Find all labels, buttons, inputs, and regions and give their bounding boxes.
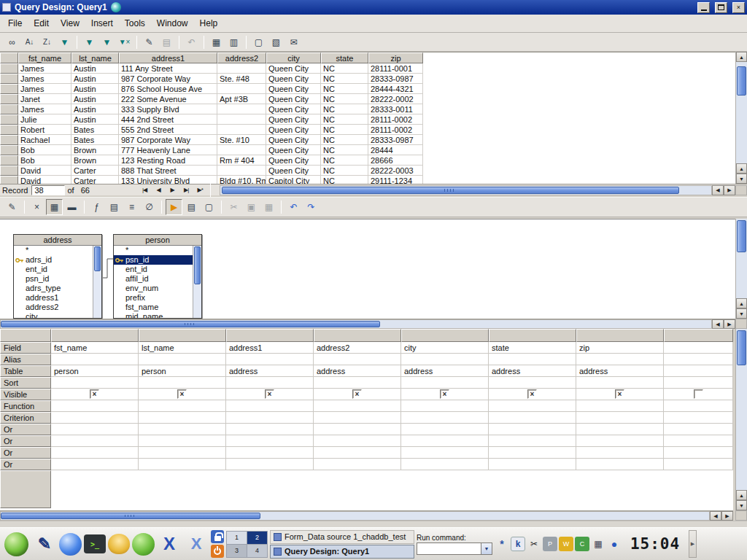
- scroll-track[interactable]: [0, 319, 712, 329]
- grid-cell[interactable]: [489, 412, 576, 424]
- field-item[interactable]: prefix: [114, 293, 193, 303]
- row-selector[interactable]: [0, 94, 18, 104]
- row-selector[interactable]: [0, 145, 18, 155]
- menu-view[interactable]: View: [55, 16, 85, 31]
- result-cell[interactable]: NC: [321, 74, 368, 84]
- cut-icon[interactable]: ✂: [225, 199, 242, 215]
- field-item[interactable]: address1: [14, 293, 93, 303]
- grid-cell[interactable]: address: [576, 365, 664, 377]
- grid-cell[interactable]: [314, 424, 401, 435]
- result-cell[interactable]: 876 School House Ave: [119, 84, 217, 94]
- terminal-launcher-icon[interactable]: >_: [84, 534, 106, 553]
- field-item[interactable]: ent_id: [114, 265, 193, 274]
- visible-checkbox[interactable]: [527, 389, 537, 399]
- grid-cell[interactable]: [576, 354, 664, 365]
- display-tray-icon[interactable]: ▦: [591, 537, 605, 551]
- grid-cell[interactable]: [314, 377, 401, 389]
- result-cell[interactable]: NC: [321, 84, 368, 94]
- address-table-window[interactable]: address * adrs_id ent_id psn_id adrs_typ…: [13, 234, 102, 319]
- edit-data-icon[interactable]: ✎: [141, 34, 158, 50]
- result-cell[interactable]: [217, 84, 266, 94]
- result-cell[interactable]: 28333-0987: [368, 135, 423, 145]
- grid-cell[interactable]: address2: [314, 342, 401, 354]
- taskbar-item-form-data[interactable]: Form_Data source 1_chaddb_test: [270, 530, 414, 544]
- panel-hide-button[interactable]: ▶: [689, 530, 697, 558]
- result-cell[interactable]: 333 Supply Blvd: [119, 104, 217, 114]
- network-tray-icon[interactable]: ●: [607, 537, 622, 551]
- result-cell[interactable]: 111 Any Street: [119, 63, 217, 74]
- media-player-launcher-icon[interactable]: [132, 533, 155, 556]
- scroll-thumb[interactable]: [194, 246, 201, 284]
- scroll-left-icon[interactable]: ◀: [712, 319, 724, 329]
- result-cell[interactable]: Austin: [71, 63, 119, 74]
- grid-cell[interactable]: [226, 424, 314, 435]
- lock-screen-icon[interactable]: [211, 530, 224, 543]
- result-cell[interactable]: [217, 63, 266, 74]
- result-cell[interactable]: James: [18, 74, 71, 84]
- grid-cell[interactable]: [51, 400, 139, 412]
- last-record-button[interactable]: ▶|: [179, 185, 193, 195]
- save-icon[interactable]: ▤: [183, 199, 200, 215]
- scroll-thumb[interactable]: [222, 187, 679, 194]
- result-cell[interactable]: NC: [321, 145, 368, 155]
- switch-design-view-icon[interactable]: ✎: [4, 199, 20, 215]
- grid-cell[interactable]: [314, 459, 401, 470]
- result-cell[interactable]: 28111-0002: [368, 114, 423, 125]
- grid-cell[interactable]: state: [489, 342, 576, 354]
- result-cell[interactable]: Bldg #10, Rm: [217, 176, 266, 184]
- field-item[interactable]: fst_name: [114, 303, 193, 312]
- autofilter-icon[interactable]: ▼: [56, 34, 73, 50]
- result-cell[interactable]: [217, 125, 266, 135]
- grid-cell[interactable]: fst_name: [51, 342, 139, 354]
- column-header[interactable]: zip: [368, 52, 423, 63]
- result-cell[interactable]: 28444: [368, 145, 423, 155]
- result-cell[interactable]: Queen City: [266, 155, 321, 166]
- result-cell[interactable]: Bates: [71, 125, 119, 135]
- new-document-icon[interactable]: ▢: [250, 34, 267, 50]
- grid-horizontal-scrollbar[interactable]: ◀ ▶: [0, 510, 733, 521]
- grid-cell[interactable]: [576, 459, 664, 470]
- grid-cell[interactable]: address1: [226, 342, 314, 354]
- result-cell[interactable]: NC: [321, 135, 368, 145]
- scroll-thumb[interactable]: [737, 220, 746, 252]
- grid-cell[interactable]: [401, 447, 489, 459]
- field-item-selected[interactable]: psn_id: [114, 255, 193, 265]
- result-cell[interactable]: Brown: [71, 155, 119, 166]
- visible-checkbox[interactable]: [615, 389, 624, 399]
- result-cell[interactable]: Robert: [18, 125, 71, 135]
- kmenu-button[interactable]: [2, 530, 30, 558]
- scroll-thumb[interactable]: [94, 246, 101, 271]
- field-item[interactable]: address2: [14, 303, 93, 312]
- grid-cell[interactable]: [51, 377, 139, 389]
- klipper-tray-icon[interactable]: ✂: [527, 537, 541, 551]
- grid-cell[interactable]: [401, 400, 489, 412]
- grid-cell[interactable]: [51, 412, 139, 424]
- copy-icon[interactable]: ▣: [243, 199, 260, 215]
- grid-cell[interactable]: [139, 377, 226, 389]
- alias-icon[interactable]: ≡: [123, 199, 140, 215]
- result-cell[interactable]: Queen City: [266, 84, 321, 94]
- result-cell[interactable]: Apt #3B: [217, 94, 266, 104]
- result-cell[interactable]: James: [18, 104, 71, 114]
- menu-help[interactable]: Help: [194, 16, 224, 31]
- result-cell[interactable]: Carter: [71, 166, 119, 176]
- field-item[interactable]: affil_id: [114, 274, 193, 284]
- result-cell[interactable]: [217, 114, 266, 125]
- result-cell[interactable]: 777 Heavenly Lane: [119, 145, 217, 155]
- result-cell[interactable]: Austin: [71, 84, 119, 94]
- result-cell[interactable]: Queen City: [266, 125, 321, 135]
- new-query-icon[interactable]: ▢: [201, 199, 217, 215]
- grid-cell[interactable]: [51, 424, 139, 435]
- result-cell[interactable]: 28111-0002: [368, 125, 423, 135]
- result-cell[interactable]: 28222-0003: [368, 166, 423, 176]
- result-cell[interactable]: Queen City: [266, 74, 321, 84]
- gear-tray-icon[interactable]: *: [495, 537, 509, 551]
- row-selector[interactable]: [0, 104, 18, 114]
- field-item[interactable]: *: [14, 246, 93, 255]
- scroll-left-icon[interactable]: ◀: [710, 511, 721, 521]
- grid-cell[interactable]: [139, 435, 226, 447]
- grid-cell[interactable]: [139, 424, 226, 435]
- grid-cell[interactable]: [314, 435, 401, 447]
- column-header[interactable]: address1: [119, 52, 217, 63]
- result-cell[interactable]: David: [18, 176, 71, 184]
